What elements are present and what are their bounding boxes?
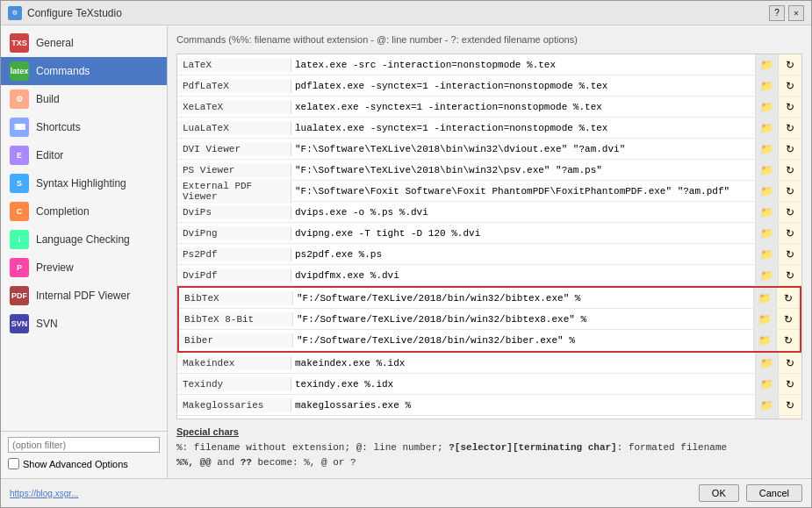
sidebar-item-commands[interactable]: latexCommands xyxy=(1,57,167,85)
cmd-reset-button[interactable]: ↻ xyxy=(777,330,800,351)
sidebar-label-internal: Internal PDF Viewer xyxy=(36,290,130,302)
cmd-value-input[interactable] xyxy=(291,118,756,138)
cmd-folder-button[interactable]: 📁 xyxy=(754,288,777,308)
cancel-button[interactable]: Cancel xyxy=(746,484,802,502)
cmd-value-input[interactable] xyxy=(291,395,756,415)
title-bar-left: ⚙ Configure TeXstudio xyxy=(8,6,122,20)
sidebar-icon-syntax: S xyxy=(10,174,29,193)
cmd-reset-button[interactable]: ↻ xyxy=(779,139,801,159)
cmd-reset-button[interactable]: ↻ xyxy=(779,223,801,243)
cmd-folder-button[interactable]: 📁 xyxy=(754,309,777,329)
cmd-reset-button[interactable]: ↻ xyxy=(779,353,801,373)
cmd-folder-button[interactable]: 📁 xyxy=(756,244,779,264)
cmd-reset-button[interactable]: ↻ xyxy=(779,374,801,394)
cmd-reset-button[interactable]: ↻ xyxy=(779,75,801,96)
cmd-folder-button[interactable]: 📁 xyxy=(756,265,779,285)
cmd-folder-button[interactable]: 📁 xyxy=(756,118,779,138)
cmd-value-input[interactable] xyxy=(291,160,756,180)
cmd-value-input[interactable] xyxy=(291,202,756,222)
sidebar-item-shortcuts[interactable]: ⌨Shortcuts xyxy=(1,113,167,141)
cmd-label: DviPdf xyxy=(177,268,291,283)
cmd-folder-button[interactable]: 📁 xyxy=(756,395,779,415)
cmd-folder-button[interactable]: 📁 xyxy=(756,181,779,201)
sidebar-bottom: Show Advanced Options xyxy=(1,431,167,475)
show-advanced-options[interactable]: Show Advanced Options xyxy=(8,458,160,469)
sidebar-item-build[interactable]: ⚙Build xyxy=(1,85,167,113)
cmd-reset-button[interactable]: ↻ xyxy=(779,181,801,201)
sc-become: become: %, @ or ? xyxy=(252,457,356,468)
cmd-folder-button[interactable]: 📁 xyxy=(756,139,779,159)
help-button[interactable]: ? xyxy=(769,5,785,21)
cmd-folder-button[interactable]: 📁 xyxy=(754,330,777,351)
sidebar-icon-editor: E xyxy=(10,146,29,165)
cmd-folder-button[interactable]: 📁 xyxy=(756,202,779,222)
sidebar-icon-completion: C xyxy=(10,202,29,221)
cmd-label: XeLaTeX xyxy=(177,100,291,114)
sidebar-icon-preview: P xyxy=(10,258,29,277)
cmd-value-input[interactable] xyxy=(291,265,756,285)
cmd-value-input[interactable] xyxy=(291,181,756,201)
sidebar-item-language[interactable]: ILanguage Checking xyxy=(1,225,167,254)
cmd-value-input[interactable] xyxy=(293,309,754,329)
sidebar-label-shortcuts: Shortcuts xyxy=(36,121,81,133)
cmd-value-input[interactable] xyxy=(291,139,756,159)
cmd-label: Biber xyxy=(179,333,293,347)
cmd-value-input[interactable] xyxy=(293,330,754,351)
cmd-reset-button[interactable]: ↻ xyxy=(779,160,801,180)
cmd-value-input[interactable] xyxy=(291,416,756,419)
cmd-value-input[interactable] xyxy=(291,97,756,117)
cmd-folder-button[interactable]: 📁 xyxy=(756,353,779,373)
cmd-folder-button[interactable]: 📁 xyxy=(756,374,779,394)
footer-bar: https://blog.xsgr... OK Cancel xyxy=(1,478,811,507)
cmd-reset-button[interactable]: ↻ xyxy=(779,202,801,222)
cmd-value-input[interactable] xyxy=(291,244,756,264)
sc-doubles: %%, @@ xyxy=(176,457,212,468)
show-advanced-checkbox[interactable] xyxy=(8,458,19,469)
cmd-value-input[interactable] xyxy=(291,223,756,243)
sidebar-item-preview[interactable]: PPreview xyxy=(1,254,167,282)
cmd-folder-button[interactable]: 📁 xyxy=(756,75,779,96)
sidebar-item-internal[interactable]: PDFInternal PDF Viewer xyxy=(1,282,167,310)
cmd-value-input[interactable] xyxy=(291,54,756,75)
close-button[interactable]: ✕ xyxy=(788,5,804,21)
cmd-reset-button[interactable]: ↻ xyxy=(779,54,801,75)
sidebar-label-editor: Editor xyxy=(36,149,63,161)
table-row: DVI Viewer📁↻ xyxy=(177,139,801,160)
sidebar-item-completion[interactable]: CCompletion xyxy=(1,197,167,225)
cmd-folder-button[interactable]: 📁 xyxy=(756,416,779,419)
cmd-value-input[interactable] xyxy=(293,288,754,308)
table-row: Texindy📁↻ xyxy=(177,374,801,395)
cmd-label: Texindy xyxy=(177,377,291,391)
footer-link[interactable]: https://blog.xsgr... xyxy=(10,489,78,498)
cmd-folder-button[interactable]: 📁 xyxy=(756,160,779,180)
cmd-folder-button[interactable]: 📁 xyxy=(756,54,779,75)
option-filter-input[interactable] xyxy=(8,437,160,453)
cmd-label: PdfLaTeX xyxy=(177,79,291,93)
content-area: TXSGenerallatexCommands⚙Build⌨ShortcutsE… xyxy=(1,25,811,478)
sidebar-icon-general: TXS xyxy=(10,33,29,53)
sidebar-label-language: Language Checking xyxy=(36,233,130,246)
sidebar-item-svn[interactable]: SVNSVN xyxy=(1,310,167,338)
sidebar-item-general[interactable]: TXSGeneral xyxy=(1,29,167,57)
table-row: BibTeX 8-Bit📁↻ xyxy=(179,309,800,330)
app-icon: ⚙ xyxy=(8,6,22,20)
cmd-value-input[interactable] xyxy=(291,374,756,394)
sidebar-label-completion: Completion xyxy=(36,205,90,218)
cmd-reset-button[interactable]: ↻ xyxy=(779,395,801,415)
ok-button[interactable]: OK xyxy=(699,484,739,502)
cmd-value-input[interactable] xyxy=(291,353,756,373)
cmd-folder-button[interactable]: 📁 xyxy=(756,223,779,243)
sidebar-item-syntax[interactable]: SSyntax Highlighting xyxy=(1,169,167,197)
cmd-reset-button[interactable]: ↻ xyxy=(777,309,800,329)
cmd-reset-button[interactable]: ↻ xyxy=(777,288,800,308)
cmd-reset-button[interactable]: ↻ xyxy=(779,97,801,117)
cmd-folder-button[interactable]: 📁 xyxy=(756,97,779,117)
cmd-reset-button[interactable]: ↻ xyxy=(779,118,801,138)
sidebar-item-editor[interactable]: EEditor xyxy=(1,141,167,169)
cmd-reset-button[interactable]: ↻ xyxy=(779,416,801,419)
cmd-value-input[interactable] xyxy=(291,75,756,96)
highlight-group: BibTeX📁↻BibTeX 8-Bit📁↻Biber📁↻ xyxy=(177,286,801,353)
cmd-reset-button[interactable]: ↻ xyxy=(779,244,801,264)
sidebar-label-svn: SVN xyxy=(36,318,58,330)
cmd-reset-button[interactable]: ↻ xyxy=(779,265,801,285)
